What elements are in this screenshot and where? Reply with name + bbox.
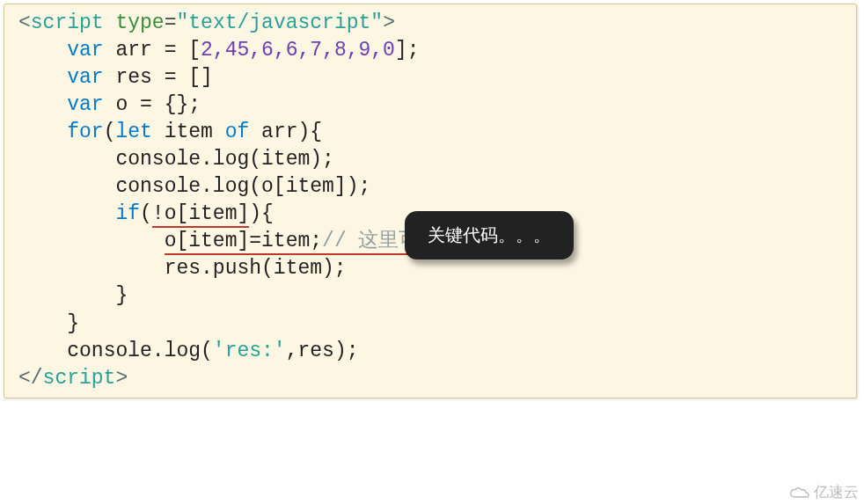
- tag-close-bracket: >: [383, 11, 395, 34]
- code-line-2: var arr = [2,45,6,6,7,8,9,0];: [4, 37, 856, 64]
- keyword-var: var: [67, 66, 103, 89]
- keyword-for: for: [67, 121, 103, 143]
- tag-open-bracket: <: [18, 11, 31, 34]
- text: console.log(item);: [115, 148, 333, 171]
- tag-name-script: script: [31, 11, 104, 34]
- code-block: <script type="text/javascript"> var arr …: [4, 4, 857, 398]
- keyword-of: of: [225, 121, 250, 143]
- text: (: [104, 121, 116, 143]
- tooltip-annotation: 关键代码。。。: [405, 211, 574, 259]
- code-line-11: }: [4, 282, 856, 310]
- text: res = []: [104, 66, 213, 89]
- code-line-10: res.push(item);: [4, 255, 856, 282]
- indent: [18, 66, 67, 89]
- code-underlined: o[item]=item;: [165, 230, 322, 255]
- text: ,res);: [286, 340, 359, 362]
- text: }: [115, 284, 128, 307]
- text: ){: [249, 202, 274, 225]
- tag-open-bracket: </: [18, 367, 43, 390]
- text: arr){: [249, 121, 322, 143]
- text: arr = [: [104, 39, 201, 62]
- indent: [18, 202, 115, 225]
- quote-open: ": [176, 11, 188, 34]
- attr-type: type: [115, 11, 164, 34]
- text: ];: [395, 39, 420, 62]
- indent: [18, 312, 67, 335]
- keyword-if: if: [115, 202, 140, 225]
- text: item: [152, 121, 225, 143]
- keyword-let: let: [115, 121, 151, 143]
- keyword-var: var: [67, 39, 103, 62]
- indent: [18, 230, 165, 252]
- text: }: [67, 312, 79, 335]
- numbers: 2,45,6,6,7,8,9,0: [201, 39, 395, 62]
- code-line-4: var o = {};: [4, 91, 856, 119]
- equals: =: [165, 11, 177, 34]
- space: [104, 11, 116, 34]
- text: console.log(o[item]);: [115, 175, 370, 198]
- indent: [18, 175, 115, 198]
- tag-close-bracket: >: [115, 367, 128, 390]
- text: o = {};: [104, 93, 201, 116]
- code-line-13: console.log('res:',res);: [4, 338, 856, 365]
- code-line-1: <script type="text/javascript">: [4, 10, 856, 37]
- attr-value: text/javascript: [188, 11, 370, 34]
- indent: [18, 284, 115, 307]
- indent: [18, 257, 165, 280]
- indent: [18, 121, 67, 143]
- keyword-var: var: [67, 93, 103, 116]
- text: res.push(item);: [165, 257, 347, 280]
- code-line-7: console.log(o[item]);: [4, 173, 856, 201]
- code-line-12: }: [4, 310, 856, 338]
- indent: [18, 148, 115, 171]
- code-line-14: </script>: [4, 365, 856, 392]
- indent: [18, 39, 67, 62]
- code-line-5: for(let item of arr){: [4, 119, 856, 146]
- indent: [18, 93, 67, 116]
- tag-name-script: script: [43, 367, 116, 390]
- code-underlined: !o[item]: [152, 202, 249, 228]
- quote-close: ": [370, 11, 383, 34]
- text: (: [140, 202, 152, 225]
- code-line-3: var res = []: [4, 64, 856, 91]
- code-line-6: console.log(item);: [4, 146, 856, 173]
- string: 'res:': [213, 340, 286, 362]
- indent: [18, 340, 67, 362]
- text: console.log(: [67, 340, 213, 362]
